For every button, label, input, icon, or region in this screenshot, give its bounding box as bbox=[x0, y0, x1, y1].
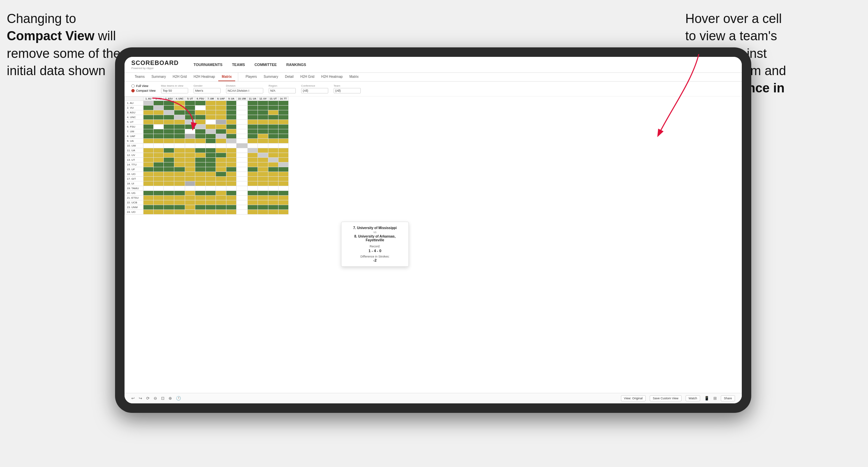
matrix-cell[interactable] bbox=[195, 148, 206, 153]
matrix-cell[interactable] bbox=[164, 120, 174, 125]
matrix-cell[interactable] bbox=[154, 162, 164, 167]
matrix-cell[interactable] bbox=[154, 210, 164, 215]
matrix-cell[interactable] bbox=[206, 143, 216, 148]
matrix-cell[interactable] bbox=[216, 186, 226, 191]
matrix-cell[interactable] bbox=[164, 115, 174, 120]
matrix-cell[interactable] bbox=[206, 120, 216, 125]
matrix-cell[interactable] bbox=[226, 129, 237, 134]
matrix-cell[interactable] bbox=[143, 101, 154, 106]
redo-icon[interactable]: ↪ bbox=[139, 396, 142, 401]
tab-h2h-heatmap[interactable]: H2H Heatmap bbox=[190, 73, 218, 81]
matrix-cell[interactable] bbox=[247, 181, 258, 186]
matrix-cell[interactable] bbox=[237, 196, 247, 200]
grid-icon[interactable]: ⊞ bbox=[713, 396, 717, 401]
division-select[interactable]: NCAA Division I bbox=[226, 88, 263, 93]
matrix-cell[interactable] bbox=[268, 191, 278, 196]
matrix-cell[interactable] bbox=[278, 129, 288, 134]
max-teams-select[interactable]: Top 50 bbox=[161, 88, 188, 93]
matrix-cell[interactable] bbox=[278, 191, 288, 196]
matrix-cell[interactable] bbox=[206, 125, 216, 129]
matrix-cell[interactable] bbox=[278, 172, 288, 177]
matrix-cell[interactable] bbox=[206, 153, 216, 158]
matrix-cell[interactable] bbox=[164, 167, 174, 172]
matrix-cell[interactable] bbox=[278, 139, 288, 143]
matrix-cell[interactable] bbox=[268, 134, 278, 139]
matrix-cell[interactable] bbox=[237, 148, 247, 153]
matrix-cell[interactable] bbox=[174, 186, 185, 191]
matrix-cell[interactable] bbox=[206, 129, 216, 134]
matrix-cell[interactable] bbox=[185, 101, 195, 106]
matrix-cell[interactable] bbox=[268, 129, 278, 134]
matrix-cell[interactable] bbox=[278, 186, 288, 191]
matrix-cell[interactable] bbox=[278, 181, 288, 186]
matrix-cell[interactable] bbox=[174, 139, 185, 143]
matrix-cell[interactable] bbox=[226, 125, 237, 129]
matrix-cell[interactable] bbox=[174, 196, 185, 200]
matrix-cell[interactable] bbox=[247, 172, 258, 177]
matrix-cell[interactable] bbox=[258, 205, 268, 210]
matrix-cell[interactable] bbox=[237, 177, 247, 181]
matrix-cell[interactable] bbox=[195, 167, 206, 172]
matrix-cell[interactable] bbox=[247, 191, 258, 196]
matrix-cell[interactable] bbox=[174, 125, 185, 129]
undo-icon[interactable]: ↩ bbox=[131, 396, 135, 401]
matrix-cell[interactable] bbox=[216, 200, 226, 205]
matrix-cell[interactable] bbox=[174, 210, 185, 215]
matrix-cell[interactable] bbox=[258, 200, 268, 205]
matrix-cell[interactable] bbox=[216, 129, 226, 134]
matrix-cell[interactable] bbox=[174, 153, 185, 158]
matrix-cell[interactable] bbox=[195, 120, 206, 125]
matrix-cell[interactable] bbox=[258, 106, 268, 110]
matrix-cell[interactable] bbox=[216, 120, 226, 125]
matrix-cell[interactable] bbox=[206, 115, 216, 120]
matrix-cell[interactable] bbox=[258, 162, 268, 167]
matrix-cell[interactable] bbox=[174, 101, 185, 106]
matrix-cell[interactable] bbox=[143, 153, 154, 158]
matrix-cell[interactable] bbox=[154, 120, 164, 125]
matrix-cell[interactable] bbox=[247, 196, 258, 200]
matrix-cell[interactable] bbox=[195, 181, 206, 186]
nav-tournaments[interactable]: TOURNAMENTS bbox=[192, 62, 224, 67]
matrix-cell[interactable] bbox=[226, 191, 237, 196]
matrix-cell[interactable] bbox=[268, 143, 278, 148]
matrix-cell[interactable] bbox=[164, 125, 174, 129]
matrix-cell[interactable] bbox=[206, 139, 216, 143]
matrix-cell[interactable] bbox=[268, 172, 278, 177]
matrix-cell[interactable] bbox=[226, 139, 237, 143]
matrix-cell[interactable] bbox=[154, 134, 164, 139]
matrix-cell[interactable] bbox=[216, 191, 226, 196]
matrix-cell[interactable] bbox=[216, 106, 226, 110]
matrix-cell[interactable] bbox=[143, 181, 154, 186]
matrix-cell[interactable] bbox=[247, 162, 258, 167]
matrix-cell[interactable] bbox=[154, 115, 164, 120]
matrix-cell[interactable] bbox=[237, 120, 247, 125]
nav-rankings[interactable]: RANKINGS bbox=[285, 62, 308, 67]
zoom-reset-icon[interactable]: ⊡ bbox=[161, 396, 164, 401]
matrix-cell[interactable] bbox=[268, 181, 278, 186]
tab-players-matrix[interactable]: Matrix bbox=[346, 73, 362, 81]
matrix-cell[interactable] bbox=[206, 177, 216, 181]
tab-h2h-grid[interactable]: H2H Grid bbox=[169, 73, 190, 81]
matrix-cell[interactable] bbox=[268, 110, 278, 115]
matrix-cell[interactable] bbox=[258, 196, 268, 200]
matrix-cell[interactable] bbox=[268, 196, 278, 200]
matrix-cell[interactable] bbox=[268, 200, 278, 205]
matrix-cell[interactable] bbox=[185, 191, 195, 196]
matrix-cell[interactable] bbox=[195, 115, 206, 120]
matrix-cell[interactable] bbox=[174, 106, 185, 110]
matrix-cell[interactable] bbox=[247, 101, 258, 106]
matrix-cell[interactable] bbox=[216, 143, 226, 148]
full-view-radio[interactable]: Full View bbox=[131, 84, 156, 88]
matrix-cell[interactable] bbox=[226, 172, 237, 177]
matrix-cell[interactable] bbox=[195, 129, 206, 134]
matrix-cell[interactable] bbox=[206, 181, 216, 186]
matrix-cell[interactable] bbox=[185, 181, 195, 186]
matrix-cell[interactable] bbox=[258, 167, 268, 172]
matrix-cell[interactable] bbox=[268, 177, 278, 181]
matrix-cell[interactable] bbox=[216, 181, 226, 186]
matrix-cell[interactable] bbox=[247, 158, 258, 162]
matrix-cell[interactable] bbox=[226, 101, 237, 106]
matrix-cell[interactable] bbox=[206, 191, 216, 196]
matrix-cell[interactable] bbox=[216, 210, 226, 215]
matrix-cell[interactable] bbox=[195, 205, 206, 210]
